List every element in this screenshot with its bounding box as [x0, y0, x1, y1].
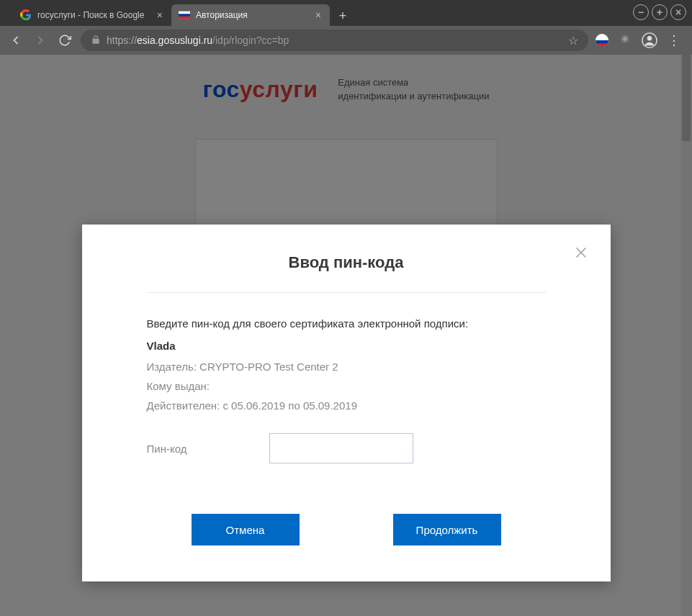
browser-toolbar: https://esia.gosuslugi.ru/idp/rlogin?cc=…: [0, 26, 692, 55]
extension-icon[interactable]: [619, 32, 632, 48]
svg-rect-2: [179, 17, 190, 19]
lock-icon: [91, 35, 101, 47]
modal-title: Ввод пин-кода: [147, 253, 546, 272]
page-scrollbar[interactable]: [680, 55, 692, 616]
url-text: https://esia.gosuslugi.ru/idp/rlogin?cc=…: [107, 35, 289, 46]
tab-google-search[interactable]: госуслуги - Поиск в Google ×: [13, 4, 171, 26]
window-minimize-button[interactable]: −: [633, 4, 649, 20]
continue-button[interactable]: Продолжить: [393, 514, 501, 545]
pin-label: Пин-код: [147, 443, 269, 455]
browser-menu-button[interactable]: ⋮: [668, 32, 680, 48]
window-maximize-button[interactable]: +: [652, 4, 668, 20]
tab-strip: госуслуги - Поиск в Google × Авторизация…: [0, 0, 692, 26]
window-controls: − + ×: [633, 4, 686, 20]
russia-flag-extension-icon[interactable]: [596, 34, 608, 47]
certificate-issuer: Издатель: CRYPTO-PRO Test Center 2: [147, 361, 546, 373]
page-viewport: госуслуги Единая система идентификации и…: [0, 55, 692, 616]
svg-point-5: [623, 37, 627, 41]
tab-close-icon[interactable]: ×: [314, 9, 323, 21]
window-close-button[interactable]: ×: [670, 4, 686, 20]
divider: [147, 292, 546, 293]
tab-title: госуслуги - Поиск в Google: [37, 10, 150, 20]
pin-input[interactable]: [269, 433, 413, 463]
russia-flag-icon: [179, 9, 190, 21]
bookmark-star-icon[interactable]: ☆: [568, 34, 578, 47]
address-bar[interactable]: https://esia.gosuslugi.ru/idp/rlogin?cc=…: [81, 30, 588, 51]
modal-close-button[interactable]: [573, 245, 589, 261]
certificate-subject: Кому выдан:: [147, 380, 546, 392]
back-button[interactable]: [7, 32, 24, 49]
logo-subtitle: Единая система идентификации и аутентифи…: [338, 76, 489, 102]
forward-button[interactable]: [32, 32, 49, 49]
google-favicon-icon: [20, 9, 32, 21]
cancel-button[interactable]: Отмена: [192, 514, 300, 545]
pin-code-modal: Ввод пин-кода Введите пин-код для своего…: [82, 225, 611, 581]
account-icon[interactable]: [642, 32, 657, 48]
modal-buttons: Отмена Продолжить: [147, 514, 546, 545]
gosuslugi-logo: госуслуги Единая система идентификации и…: [202, 76, 489, 103]
modal-instruction: Введите пин-код для своего сертификата э…: [147, 317, 546, 330]
certificate-name: Vlada: [147, 340, 546, 352]
toolbar-right: ⋮: [596, 32, 685, 48]
tab-close-icon[interactable]: ×: [156, 9, 164, 21]
reload-button[interactable]: [56, 32, 73, 49]
certificate-validity: Действителен: с 05.06.2019 по 05.09.2019: [147, 399, 546, 412]
tab-authorization[interactable]: Авторизация ×: [171, 4, 330, 26]
svg-point-7: [647, 36, 652, 40]
pin-row: Пин-код: [147, 433, 546, 463]
new-tab-button[interactable]: +: [333, 6, 353, 26]
tab-title: Авторизация: [196, 10, 308, 20]
